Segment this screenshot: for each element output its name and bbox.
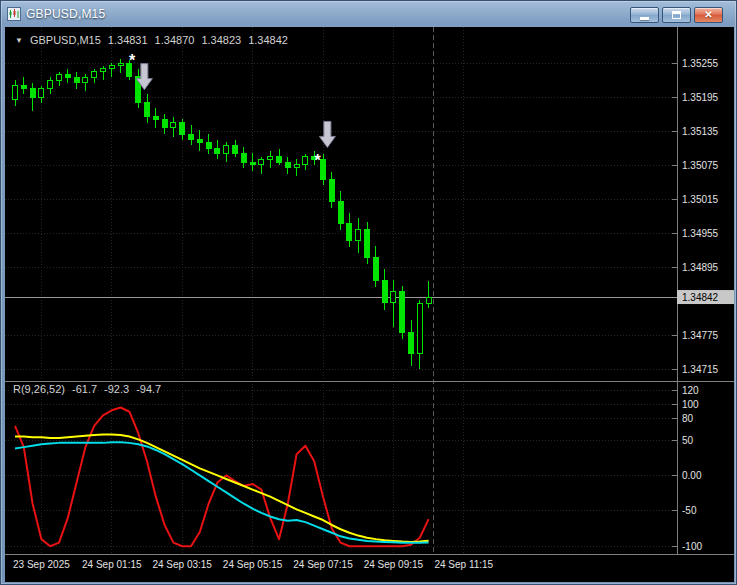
maximize-icon [672,11,681,19]
mt4-chart-window: GBPUSD,M15 ✕ **1.352551.351951.351351.35… [0,0,737,585]
current-price-tag-text: 1.34842 [682,292,719,303]
price-axis-label: 1.35135 [682,126,719,137]
candle [109,63,114,77]
candle [118,59,123,73]
candle [382,269,387,310]
candle [417,300,422,369]
time-axis-label: 24 Sep 09:15 [364,559,424,570]
open-value: 1.34831 [108,34,148,46]
maximize-button[interactable] [662,7,691,23]
chart-canvas[interactable]: **1.352551.351951.351351.350751.350151.3… [5,27,734,582]
candle [233,140,238,157]
window-title: GBPUSD,M15 [26,7,105,21]
indicator-axis[interactable]: 12010080500.00-50-100 [672,385,702,552]
price-axis-label: 1.35195 [682,92,719,103]
indicator-axis-label: 80 [682,413,694,424]
candle [171,117,176,137]
candle [426,281,431,308]
candle [356,218,361,253]
time-axis-label: 24 Sep 11:15 [434,559,493,570]
price-axis-label: 1.34895 [682,262,719,273]
time-axis-label: 24 Sep 07:15 [293,559,353,570]
candle [277,149,282,165]
candle [101,66,106,80]
low-value: 1.34823 [201,34,241,46]
candle [92,69,97,83]
star-marker-icon: * [129,52,136,69]
time-axis-label: 23 Sep 2025 [13,559,70,570]
time-axis-label: 24 Sep 05:15 [223,559,283,570]
symbol-dropdown-icon[interactable]: ▼ [15,36,23,45]
candle [153,108,158,128]
candle [145,94,150,122]
candle [57,72,62,86]
price-axis-label: 1.34715 [682,364,719,375]
candle [409,320,414,366]
candle [224,142,229,162]
price-axis-label: 1.34955 [682,228,719,239]
high-value: 1.34870 [155,34,195,46]
close-icon: ✕ [704,10,712,20]
app-chart-icon [7,7,21,21]
indicator-value-2: -92.3 [104,383,129,395]
candle [189,125,194,145]
candle [206,134,211,154]
time-axis-label: 24 Sep 01:15 [82,559,142,570]
separators [5,27,734,555]
indicator-name: R(9,26,52) [13,383,65,395]
candle [13,80,18,106]
candle [48,77,53,94]
indicator-value-1: -61.7 [72,383,97,395]
indicator-axis-label: -50 [682,505,697,516]
minimize-icon [640,17,649,20]
candle [21,77,26,94]
price-axis-label: 1.35075 [682,160,719,171]
candle [373,246,378,287]
window-controls: ✕ [630,7,723,23]
candle [347,213,352,247]
indicator-line-mid [15,434,429,542]
candle [391,280,396,326]
grid-lines [5,27,677,554]
candle [136,69,141,109]
indicator-line-slow [15,442,429,543]
indicator-info-label: R(9,26,52)-61.7-92.3-94.7 [13,383,168,395]
candle [250,153,255,171]
indicator-axis-label: -100 [682,541,702,552]
candle [83,74,88,91]
indicator-lines [15,407,429,546]
price-axis[interactable]: 1.352551.351951.351351.350751.350151.349… [672,58,734,375]
candle [215,140,220,160]
chart-client-area: **1.352551.351951.351351.350751.350151.3… [5,27,734,582]
price-axis-label: 1.34775 [682,330,719,341]
candle [303,154,308,170]
close-value: 1.34842 [248,34,288,46]
candle [180,119,185,139]
candle [294,159,299,176]
candle [39,86,44,103]
sell-signal-arrow-icon [319,121,335,147]
indicator-value-3: -94.7 [136,383,161,395]
candle [162,114,167,134]
candle [285,157,290,174]
candle [74,72,79,89]
price-axis-label: 1.35255 [682,58,719,69]
minimize-button[interactable] [630,7,659,23]
candle [65,69,70,83]
candle [400,286,405,339]
candle [321,154,326,185]
candle [365,222,370,265]
time-axis[interactable]: 23 Sep 202524 Sep 01:1524 Sep 03:1524 Se… [13,559,494,570]
candles [13,59,432,369]
star-marker-icon: * [315,152,322,169]
indicator-axis-label: 0.00 [682,470,702,481]
indicator-axis-label: 100 [682,399,699,410]
indicator-axis-label: 50 [682,435,694,446]
candle [329,172,334,207]
indicator-axis-label: 120 [682,385,699,396]
close-button[interactable]: ✕ [694,7,723,23]
price-axis-label: 1.35015 [682,194,719,205]
candle [197,130,202,150]
chart-info-label: ▼GBPUSD,M151.348311.348701.348231.34842 [15,34,295,46]
time-axis-label: 24 Sep 03:15 [152,559,212,570]
